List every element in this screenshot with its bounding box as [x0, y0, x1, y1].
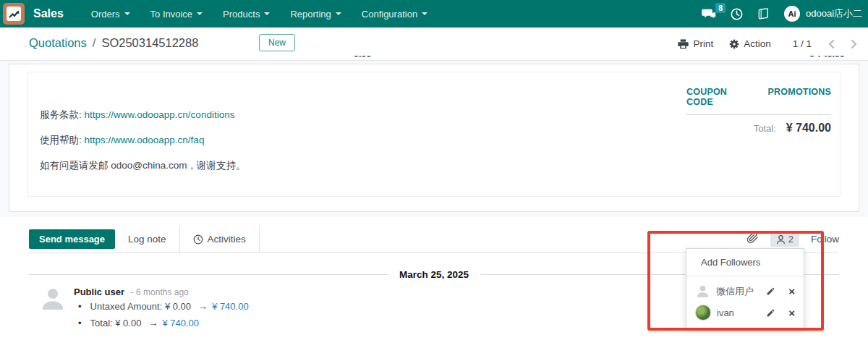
date-divider-label: March 25, 2025 — [399, 269, 469, 280]
edit-follower-icon[interactable] — [766, 308, 775, 318]
total-row: Total: ¥ 740.00 — [686, 122, 831, 135]
app-name[interactable]: Sales — [33, 7, 64, 20]
chevron-down-icon — [336, 12, 341, 15]
followers-count: 2 — [788, 234, 793, 245]
quotation-card: COUPON CODE PROMOTIONS Total: ¥ 740.00 服… — [9, 64, 859, 212]
menu-to-invoice[interactable]: To Invoice — [142, 4, 212, 24]
remove-follower-icon[interactable]: × — [788, 286, 795, 297]
remove-follower-icon[interactable]: × — [788, 307, 795, 318]
promo-links: COUPON CODE PROMOTIONS — [686, 87, 831, 107]
odoo-sales-window: Sales Orders To Invoice Products Reporti… — [0, 0, 868, 348]
pager-next-icon[interactable] — [851, 39, 858, 49]
status-badge: New — [259, 34, 295, 51]
terms-line: 服务条款: https://www.odooapp.cn/conditions — [40, 109, 246, 122]
menu-products[interactable]: Products — [214, 4, 278, 24]
breadcrumb-current-record: SO250314512288 — [101, 36, 198, 50]
follower-name[interactable]: 微信用户 — [716, 285, 760, 298]
pager-value: 1 / 1 — [793, 38, 812, 49]
breadcrumb-separator: / — [93, 36, 96, 50]
quotation-sheet: COUPON CODE PROMOTIONS Total: ¥ 740.00 服… — [27, 72, 841, 197]
breadcrumb-quotations-link[interactable]: Quotations — [29, 36, 87, 50]
followers-toggle-button[interactable]: 2 — [770, 232, 799, 247]
coupon-code-button[interactable]: COUPON CODE — [686, 87, 754, 107]
divider — [686, 276, 804, 276]
clipped-table-fragment-right: ¥ 740.00 — [794, 56, 845, 61]
user-menu[interactable]: Ai odooai店小二 — [784, 6, 868, 22]
follower-name[interactable]: ivan — [717, 307, 760, 318]
sales-app-icon[interactable] — [3, 3, 25, 25]
attachment-paperclip-icon[interactable] — [746, 232, 759, 247]
terms-and-notes: 服务条款: https://www.odooapp.cn/conditions … — [40, 109, 246, 184]
followers-dropdown: Add Followers 微信用户 × ivan × — [686, 248, 804, 328]
tracking-change-row: •Untaxed Amount: ¥ 0.00→¥ 740.00 — [78, 301, 249, 312]
follow-button[interactable]: Follow — [811, 234, 839, 245]
message-author[interactable]: Public user — [74, 287, 124, 297]
message-timestamp: - 6 months ago — [131, 287, 189, 297]
clipped-table-fragment-left: 0.00 — [354, 56, 387, 61]
breadcrumb: Quotations / SO250314512288 — [29, 36, 198, 50]
total-label: Total: — [754, 123, 776, 134]
follower-person-icon — [776, 234, 786, 245]
tracking-change-row: •Total: ¥ 0.00→¥ 740.00 — [78, 318, 249, 328]
top-navbar: Sales Orders To Invoice Products Reporti… — [0, 0, 868, 27]
main-menu: Orders To Invoice Products Reporting Con… — [82, 4, 436, 24]
clock-icon — [193, 234, 203, 245]
follower-row: ivan × — [686, 302, 804, 323]
support-note: 如有问题请发邮 odoo@china.com，谢谢支持。 — [40, 159, 246, 172]
total-value: ¥ 740.00 — [786, 122, 831, 135]
print-button[interactable]: Print — [678, 38, 713, 49]
messages-count-badge: 8 — [715, 3, 726, 13]
arrow-right-icon: → — [148, 318, 158, 328]
chatter-right-tools: 2 Follow — [746, 232, 839, 247]
chatter-message: Public user - 6 months ago •Untaxed Amou… — [39, 285, 249, 334]
action-button[interactable]: Action — [729, 38, 771, 49]
follower-avatar — [695, 284, 710, 299]
public-user-avatar — [39, 285, 67, 313]
messages-icon[interactable]: 8 — [702, 8, 716, 20]
follower-row: 微信用户 × — [686, 281, 804, 302]
activities-button[interactable]: Activities — [180, 229, 259, 249]
chevron-down-icon — [124, 12, 130, 15]
divider — [259, 226, 260, 252]
activity-clock-icon[interactable] — [731, 8, 743, 20]
faq-link[interactable]: https://www.odooapp.cn/faq — [85, 135, 205, 145]
send-message-button[interactable]: Send message — [29, 229, 115, 249]
user-avatar: Ai — [784, 6, 800, 22]
totals-block: COUPON CODE PROMOTIONS Total: ¥ 740.00 — [686, 87, 831, 135]
help-line: 使用帮助: https://www.odooapp.cn/faq — [40, 134, 246, 147]
totals-divider — [686, 114, 831, 115]
control-panel: Quotations / SO250314512288 New Print — [0, 27, 868, 61]
arrow-right-icon: → — [198, 301, 208, 312]
follower-avatar — [695, 305, 711, 321]
promotions-button[interactable]: PROMOTIONS — [768, 87, 831, 107]
chevron-down-icon — [422, 12, 427, 15]
add-followers-menu-item[interactable]: Add Followers — [686, 249, 804, 276]
conditions-link[interactable]: https://www.odooapp.cn/conditions — [85, 109, 235, 120]
printer-icon — [678, 39, 689, 49]
menu-reporting[interactable]: Reporting — [281, 4, 349, 24]
book-icon[interactable] — [757, 8, 770, 20]
edit-follower-icon[interactable] — [766, 287, 775, 296]
user-name: odooai店小二 — [806, 7, 868, 20]
systray: 8 Ai odooai店小二 — [702, 0, 868, 27]
gear-icon — [729, 39, 739, 49]
chevron-down-icon — [264, 12, 270, 15]
pager-previous-icon[interactable] — [827, 39, 835, 49]
form-view-area: COUPON CODE PROMOTIONS Total: ¥ 740.00 服… — [0, 61, 868, 217]
menu-orders[interactable]: Orders — [82, 4, 139, 24]
log-note-button[interactable]: Log note — [115, 229, 179, 249]
menu-configuration[interactable]: Configuration — [353, 4, 436, 24]
chevron-down-icon — [197, 12, 203, 15]
